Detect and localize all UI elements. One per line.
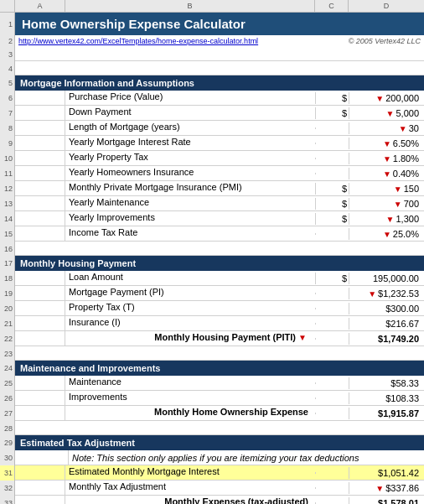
housing-section-header: Monthly Housing Payment [15, 256, 424, 271]
value-loan-amount: 195,000.00 [349, 273, 424, 284]
col-header-d: D [349, 0, 424, 12]
value-ownership-total: $1,915.87 [349, 408, 424, 419]
row-32: 32 Monthly Tax Adjustment ▼$337.86 [0, 481, 424, 496]
row-14: 14 Yearly Improvements $ ▼1,300 [0, 211, 424, 226]
value-mortgage-interest: $1,051.42 [349, 467, 424, 479]
label-down-payment: Down Payment [65, 106, 315, 120]
row-24: 24 Maintenance and Improvements [0, 361, 424, 376]
label-property-tax-monthly: Property Tax (T) [65, 301, 315, 315]
arrow-property-tax: ▼ [383, 154, 391, 164]
row-8: 8 Length of Mortgage (years) ▼30 [0, 121, 424, 136]
row-20: 20 Property Tax (T) $300.00 [0, 301, 424, 316]
arrow-down-payment: ▼ [386, 109, 395, 118]
value-improvements[interactable]: ▼1,300 [349, 213, 424, 225]
arrow-interest-rate: ▼ [383, 139, 391, 148]
arrow-tax-adjustment: ▼ [375, 484, 384, 493]
arrow-improvements: ▼ [386, 215, 395, 224]
value-property-tax[interactable]: ▼1.80% [349, 153, 424, 164]
row-11: 11 Yearly Homeowners Insurance ▼0.40% [0, 166, 424, 181]
label-mortgage-payment: Mortgage Payment (PI) [65, 286, 315, 300]
tax-section-header: Estimated Tax Adjustment [15, 435, 424, 450]
arrow-tax-rate: ▼ [383, 230, 391, 239]
label-homeowners-insurance: Yearly Homeowners Insurance [65, 166, 315, 180]
label-loan-amount: Loan Amount [65, 271, 315, 285]
value-pmi[interactable]: ▼150 [349, 183, 424, 195]
label-improvements-monthly: Improvements [65, 391, 315, 405]
label-tax-adjustment: Monthly Tax Adjustment [65, 481, 315, 495]
tax-note: Note: This section only applies if you a… [69, 452, 424, 464]
row-31: 31 Estimated Monthly Mortgage Interest $… [0, 465, 424, 481]
row-1: 1 Home Ownership Expense Calculator [0, 13, 424, 35]
label-tax-adjusted-total: Monthly Expenses (tax-adjusted) [65, 496, 315, 504]
row-27: 27 Monthly Home Ownership Expense $1,915… [0, 406, 424, 421]
mortgage-section-header: Mortgage Information and Assumptions [15, 75, 424, 91]
label-maintenance: Yearly Maintenance [65, 196, 315, 210]
row-17: 17 Monthly Housing Payment [0, 256, 424, 271]
value-mortgage-payment: ▼$1,232.53 [349, 288, 424, 299]
row-2: 2 http://www.vertex42.com/ExcelTemplates… [0, 35, 424, 47]
spreadsheet: A B C D 1 Home Ownership Expense Calcula… [0, 0, 424, 504]
label-interest-rate: Yearly Mortgage Interest Rate [65, 136, 315, 150]
col-header-b: B [65, 0, 315, 12]
arrow-mortgage-length: ▼ [399, 124, 407, 133]
row-3: 3 [0, 47, 424, 61]
row-10: 10 Yearly Property Tax ▼1.80% [0, 151, 424, 166]
value-tax-adjusted-total: $1,578.01 [349, 497, 424, 505]
symbol-improvements: $ [315, 213, 349, 225]
label-mortgage-interest: Estimated Monthly Mortgage Interest [65, 465, 315, 480]
row-28: 28 [0, 421, 424, 435]
value-mortgage-length[interactable]: ▼30 [349, 122, 424, 134]
arrow-purchase-price: ▼ [375, 94, 384, 103]
row-5: 5 Mortgage Information and Assumptions [0, 75, 424, 91]
row-26: 26 Improvements $108.33 [0, 391, 424, 406]
row-21: 21 Insurance (I) $216.67 [0, 316, 424, 331]
copyright-text: © 2005 Vertex42 LLC [349, 37, 421, 45]
label-ownership-total: Monthly Home Ownership Expense [65, 406, 315, 420]
label-pmi: Monthly Private Mortgage Insurance (PMI) [65, 181, 315, 195]
col-header-a: A [15, 0, 65, 12]
label-improvements: Yearly Improvements [65, 211, 315, 226]
arrow-mortgage-payment: ▼ [368, 289, 376, 299]
row-18: 18 Loan Amount $ 195,000.00 [0, 271, 424, 286]
row-23: 23 [0, 346, 424, 361]
spreadsheet-title: Home Ownership Expense Calculator [15, 13, 424, 35]
symbol-loan-amount: $ [315, 273, 349, 284]
row-4: 4 [0, 61, 424, 75]
value-down-payment[interactable]: ▼5,000 [349, 107, 424, 119]
arrow-maintenance: ▼ [394, 200, 402, 209]
row-15: 15 Income Tax Rate ▼25.0% [0, 226, 424, 242]
arrow-homeowners-insurance: ▼ [383, 169, 391, 179]
value-tax-adjustment: ▼$337.86 [349, 482, 424, 494]
row-9: 9 Yearly Mortgage Interest Rate ▼6.50% [0, 136, 424, 151]
url-link[interactable]: http://www.vertex42.com/ExcelTemplates/h… [18, 37, 258, 45]
value-homeowners-insurance[interactable]: ▼0.40% [349, 168, 424, 179]
value-interest-rate[interactable]: ▼6.50% [349, 138, 424, 149]
arrow-piti: ▼ [298, 333, 307, 342]
value-piti-total: $1,749.20 [349, 333, 424, 345]
label-piti-total: Monthly Housing Payment (PITI) ▼ [65, 331, 315, 346]
row-22: 22 Monthly Housing Payment (PITI) ▼ $1,7… [0, 331, 424, 346]
value-tax-rate[interactable]: ▼25.0% [349, 228, 424, 240]
value-maintenance[interactable]: ▼700 [349, 198, 424, 210]
col-header-c: C [315, 0, 349, 12]
row-7: 7 Down Payment $ ▼5,000 [0, 106, 424, 121]
label-maintenance-monthly: Maintenance [65, 376, 315, 390]
value-purchase-price[interactable]: ▼200,000 [349, 92, 424, 104]
row-12: 12 Monthly Private Mortgage Insurance (P… [0, 181, 424, 196]
value-property-tax-monthly: $300.00 [349, 303, 424, 314]
row-30: 30 Note: This section only applies if yo… [0, 450, 424, 465]
arrow-pmi: ▼ [394, 184, 402, 194]
row-19: 19 Mortgage Payment (PI) ▼$1,232.53 [0, 286, 424, 301]
symbol-maintenance: $ [315, 198, 349, 210]
url-row: http://www.vertex42.com/ExcelTemplates/h… [15, 35, 424, 47]
symbol-mortgage-length [315, 127, 349, 129]
row-33: 33 Monthly Expenses (tax-adjusted) $1,57… [0, 496, 424, 504]
symbol-pmi: $ [315, 183, 349, 195]
symbol-purchase-price: $ [315, 92, 349, 104]
label-tax-rate: Income Tax Rate [65, 226, 315, 241]
value-insurance-monthly: $216.67 [349, 318, 424, 330]
symbol-down-payment: $ [315, 107, 349, 119]
value-maintenance-monthly: $58.33 [349, 377, 424, 389]
row-16: 16 [0, 242, 424, 256]
row-25: 25 Maintenance $58.33 [0, 376, 424, 391]
